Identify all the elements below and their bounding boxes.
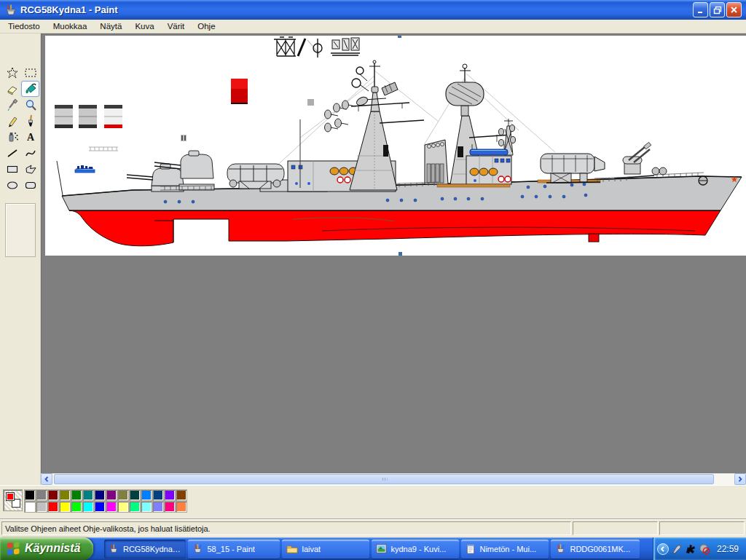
task-label: RCG58Kydna1... [123, 545, 181, 553]
tool-brush[interactable] [21, 113, 39, 129]
color-swatch-ff00ff[interactable] [106, 501, 117, 513]
taskbar-item-nimeton[interactable]: Nimetön - Mui... [461, 540, 549, 559]
color-swatch-004080[interactable] [152, 489, 164, 501]
color-swatch-ff0000[interactable] [47, 501, 59, 513]
stern-flagpole [57, 161, 63, 195]
color-swatch-008000[interactable] [71, 489, 82, 501]
screen: { "window": { "title": "RCG58Kydna1 - Pa… [0, 0, 746, 560]
rectangle-icon [5, 162, 20, 176]
color-swatch-804000[interactable] [176, 489, 187, 501]
menu-ohje[interactable]: Ohje [191, 20, 221, 33]
color-swatch-8080ff[interactable] [152, 501, 164, 513]
color-swatch-ff8040[interactable] [176, 501, 187, 513]
start-button-label: Käynnistä [25, 542, 80, 555]
color-swatch-00ffff[interactable] [82, 501, 94, 513]
color-swatch-808040[interactable] [117, 489, 129, 501]
tool-free-form-select[interactable] [3, 65, 21, 81]
tray-black-symbol-icon[interactable] [685, 543, 696, 555]
color-swatch-800000[interactable] [47, 489, 59, 501]
svg-text:A: A [26, 132, 34, 143]
color-swatch-ffff00[interactable] [59, 501, 71, 513]
taskbar-item-rcg58kydna1[interactable]: RCG58Kydna1... [104, 540, 186, 559]
task-label: 58_15 - Paint [207, 545, 254, 553]
taskbar-item-laivat[interactable]: laivat [282, 540, 369, 559]
color-swatch-808000[interactable] [59, 489, 71, 501]
task-buttons: RCG58Kydna1... 58_15 - Paint laivat ky [104, 537, 640, 560]
workspace [41, 33, 746, 485]
text-icon: A [23, 130, 38, 143]
task-label: laivat [302, 545, 321, 553]
doodle-machinery [331, 38, 360, 55]
tool-select[interactable] [21, 65, 39, 81]
color-swatch-ff0080[interactable] [164, 501, 176, 513]
current-colors-indicator [3, 489, 23, 511]
taskbar-item-58-15-paint[interactable]: 58_15 - Paint [188, 540, 280, 559]
tool-rounded-rectangle[interactable] [21, 177, 39, 193]
tool-pick-color[interactable] [3, 97, 21, 113]
color-swatch-80ffff[interactable] [141, 501, 152, 513]
system-tray: 22:59 [653, 537, 746, 560]
notepad-icon [466, 543, 476, 554]
tool-eraser[interactable] [3, 81, 21, 97]
tool-pencil[interactable] [3, 113, 21, 129]
menu-varit[interactable]: Värit [161, 20, 192, 33]
menu-muokkaa[interactable]: Muokkaa [47, 20, 94, 33]
color-swatch-c0c0c0[interactable] [36, 501, 47, 513]
color-swatch-000000[interactable] [24, 489, 36, 501]
color-swatch-004040[interactable] [129, 489, 141, 501]
tool-line[interactable] [3, 145, 21, 161]
menu-nayta[interactable]: Näytä [93, 20, 128, 33]
tray-clock[interactable]: 22:59 [717, 544, 739, 554]
tool-airbrush[interactable] [3, 129, 21, 145]
menu-tiedosto[interactable]: Tiedosto [1, 20, 47, 33]
scroll-left-button[interactable] [41, 473, 52, 485]
color-swatch-008080[interactable] [82, 489, 94, 501]
pencil-icon [5, 114, 20, 127]
ship-dish-cluster [325, 100, 356, 132]
close-button[interactable] [726, 2, 742, 17]
tray-rocket-icon[interactable] [671, 543, 683, 555]
tool-polygon[interactable] [21, 161, 39, 177]
horizontal-scrollbar[interactable] [41, 473, 746, 485]
title-bar[interactable]: RCG58Kydna1 - Paint [0, 0, 746, 20]
menu-bar: Tiedosto Muokkaa Näytä Kuva Värit Ohje [0, 20, 746, 33]
canvas-handle-top[interactable] [398, 36, 401, 38]
taskbar-item-rddg0061mk[interactable]: RDDG0061MK... [551, 540, 640, 559]
canvas-handle-bottom[interactable] [398, 252, 402, 256]
scroll-right-button[interactable] [734, 473, 746, 485]
tool-rectangle[interactable] [3, 161, 21, 177]
scrollbar-track[interactable] [52, 473, 734, 485]
minimize-button[interactable] [693, 2, 708, 17]
start-button[interactable]: Käynnistä [0, 537, 93, 560]
color-swatch-000080[interactable] [94, 489, 106, 501]
tool-curve[interactable] [21, 145, 39, 161]
scrollbar-thumb[interactable] [54, 474, 714, 484]
color-swatch-00ff00[interactable] [71, 501, 82, 513]
tool-ellipse[interactable] [3, 177, 21, 193]
color-swatch-00ff80[interactable] [129, 501, 141, 513]
color-swatch-ffffff[interactable] [24, 501, 36, 513]
eyedropper-icon [5, 98, 20, 111]
restore-button[interactable] [710, 2, 725, 17]
taskbar-item-kydna9[interactable]: kydna9 - Kuvi... [372, 540, 459, 559]
tool-fill[interactable] [21, 81, 39, 97]
tray-disabled-icon[interactable] [699, 543, 710, 555]
tray-collapse-button[interactable] [657, 543, 669, 555]
color-swatch-ffff80[interactable] [117, 501, 129, 513]
color-swatch-0000ff[interactable] [94, 501, 106, 513]
tool-text[interactable]: A [21, 129, 39, 145]
ship-fore-mast [350, 60, 424, 190]
foreground-color-swatch [6, 492, 15, 501]
color-swatch-800080[interactable] [106, 489, 117, 501]
minimize-icon [696, 6, 704, 14]
color-swatch-808080[interactable] [36, 489, 47, 501]
line-icon [5, 146, 20, 159]
menu-kuva[interactable]: Kuva [128, 20, 160, 33]
tool-magnifier[interactable] [21, 97, 39, 113]
color-swatch-8000ff[interactable] [164, 489, 176, 501]
paint-canvas[interactable] [45, 36, 746, 256]
color-swatch-0080ff[interactable] [141, 489, 152, 501]
doodle-slash [298, 39, 305, 56]
chevron-right-icon [737, 476, 743, 482]
select-icon [23, 66, 38, 79]
